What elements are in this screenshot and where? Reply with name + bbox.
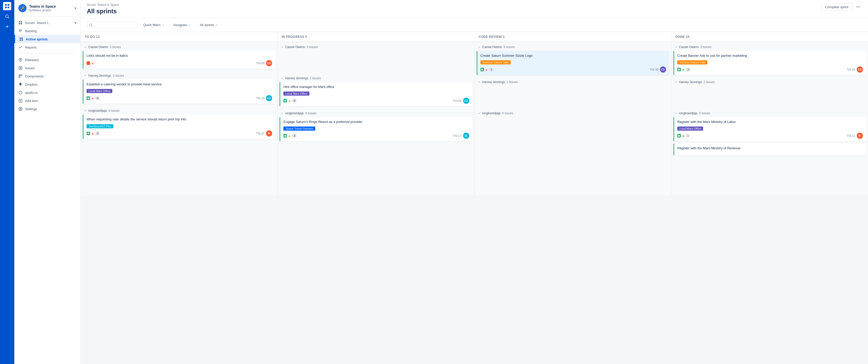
group-chevron-harvey-cr: [478, 81, 481, 84]
app-logo[interactable]: [3, 2, 11, 10]
avatar-tis29: CS: [857, 66, 863, 73]
assignee-cassie-codereview-row[interactable]: Cassie Owens 3 issues: [477, 44, 669, 51]
svg-rect-14: [19, 31, 21, 31]
sidebar-dropbox-label: Dropbox: [25, 83, 37, 86]
svg-rect-26: [19, 77, 20, 78]
cassie-cr-name: Cassie Owens: [482, 45, 502, 49]
col-done: Cassie Owens 3 issues Create Banner Ads …: [672, 42, 868, 196]
complete-sprint-button[interactable]: Complete sprint: [821, 3, 852, 11]
cassie-cr-count: 3 issues: [503, 45, 515, 49]
card-tis50: Hire office manager for Mars office Loca…: [280, 82, 472, 106]
card-tis29-footer: ▲ 2 TIS-29 CS: [677, 66, 863, 73]
group-cassie-inprogress: Cassie Owens 3 issues: [280, 44, 472, 71]
sidebar-item-apollo[interactable]: apollo-ui: [14, 88, 81, 96]
assignee-harvey-cr-row[interactable]: Harvey Jennings 2 issues: [477, 79, 669, 86]
svg-rect-2: [5, 7, 7, 8]
add-icon[interactable]: [3, 23, 11, 31]
project-logo: 🚀: [19, 4, 27, 12]
svg-rect-15: [20, 37, 21, 39]
search-icon[interactable]: [3, 12, 11, 21]
svg-point-35: [858, 7, 859, 7]
sidebar-item-releases[interactable]: Releases: [14, 56, 81, 64]
sidebar-item-dropbox[interactable]: Dropbox: [14, 80, 81, 88]
search-input-wrap[interactable]: [87, 22, 137, 28]
card-tis17-footer: ▲ 3 TIS-17 IK: [283, 133, 469, 139]
global-nav: [0, 0, 14, 364]
quick-filters-button[interactable]: Quick filters: [141, 21, 167, 29]
sidebar-item-add[interactable]: Add item: [14, 96, 81, 105]
card-tis15-title: Establish a catering vendor to provide m…: [87, 82, 272, 87]
group-chevron-iong-cr: [478, 112, 481, 115]
assignee-harvey-done-row[interactable]: Harvey Jennings 2 issues: [674, 79, 866, 86]
group-chevron-icon: [84, 46, 87, 49]
card-tis37-id: TIS-37: [256, 132, 265, 135]
sidebar-item-components[interactable]: Components: [14, 72, 81, 80]
avatar-tis30: CS: [660, 66, 666, 73]
assignee-iong-inprogress-row[interactable]: iongkowidjaja 4 issues: [280, 110, 472, 117]
priority-tis17: ▲: [288, 134, 291, 138]
project-subtitle: Software project: [29, 8, 72, 12]
sidebar-issues-label: Issues: [25, 66, 35, 70]
search-input[interactable]: [94, 23, 135, 27]
card-tis55-id: TIS-55: [256, 62, 265, 65]
sidebar-scrum-chevron: ▾: [74, 21, 76, 25]
card-tis11-title: Register with the Mars Ministry of Labor: [677, 120, 863, 124]
assignee-button[interactable]: Assignee: [170, 21, 194, 29]
assignee-iong-row[interactable]: iongkowidjaja 4 issues: [83, 108, 275, 114]
group-iong-done: iongkowidjaja 4 issues Register with the…: [674, 110, 866, 155]
card-tis15-footer: ▲ 4 TIS-15 HJ: [87, 95, 272, 101]
assignee-iong-cr-row[interactable]: iongkowidjaja 4 issues: [477, 110, 669, 117]
iong-done-name: iongkowidjaja: [679, 111, 698, 115]
all-sprints-button[interactable]: All sprints: [197, 21, 221, 29]
sidebar-apollo-label: apollo-ui: [25, 91, 37, 94]
svg-rect-11: [21, 23, 22, 24]
assignee-harvey-row[interactable]: Harvey Jennings 2 issues: [83, 73, 275, 80]
all-sprints-chevron: [215, 24, 218, 27]
card-tis17-id: TIS-17: [453, 134, 461, 137]
group-chevron-cassie-ip: [281, 46, 284, 49]
assignee-iong-done-row[interactable]: iongkowidjaja 4 issues: [674, 110, 866, 117]
assignee-chevron: [188, 24, 191, 27]
count-tis15: 4: [95, 96, 100, 100]
assignee-cassie-row[interactable]: Cassie Owens 3 issues: [83, 44, 275, 51]
avatar-tis50: HJ: [463, 97, 469, 104]
iong-cr-count: 4 issues: [502, 111, 514, 115]
svg-rect-0: [5, 4, 7, 6]
svg-rect-16: [22, 37, 23, 39]
cassie-done-name: Cassie Owens: [679, 45, 699, 49]
sidebar-item-active-sprints[interactable]: Active sprints: [14, 35, 81, 43]
story-icon-tis30: [480, 68, 484, 71]
more-options-button[interactable]: [854, 3, 862, 11]
harvey-inprogress-name: Harvey Jennings: [285, 77, 308, 80]
sidebar-item-scrum[interactable]: Scrum: Teams i... ▾: [14, 19, 81, 27]
card-tis50-icons: ▲ 9: [283, 99, 452, 103]
card-tis17: Engage Saturn's Rings Resort as a prefer…: [280, 117, 472, 141]
harvey-cr-name: Harvey Jennings: [482, 80, 505, 84]
card-tis17-icons: ▲ 3: [283, 134, 452, 138]
sidebar-item-reports[interactable]: Reports: [14, 43, 81, 51]
sidebar-chevron-icon[interactable]: ▾: [74, 6, 76, 10]
sidebar-settings-label: Settings: [25, 107, 37, 111]
avatar-tis11: IK: [857, 133, 863, 139]
assignee-harvey-inprogress-row[interactable]: Harvey Jennings 2 issues: [280, 76, 472, 82]
sidebar-nav: Scrum: Teams i... ▾ Backlog Active sprin…: [14, 17, 81, 115]
sidebar-item-issues[interactable]: Issues: [14, 64, 81, 72]
group-harvey-codereview: Harvey Jennings 2 issues: [477, 79, 669, 106]
card-tis37-icons: ▲ 2: [87, 132, 254, 135]
assignee-cassie-done-row[interactable]: Cassie Owens 3 issues: [674, 44, 866, 51]
harvey-done-empty: [674, 86, 866, 106]
card-tis30: Create Saturn Summer Sizzle Logo Summer …: [477, 51, 669, 75]
sidebar-item-settings[interactable]: Settings: [14, 105, 81, 113]
svg-point-36: [859, 7, 860, 7]
col-inprogress: Cassie Owens 3 issues Harvey Jennings 2 …: [278, 42, 474, 196]
project-title-block: Teams in Space Software project: [29, 4, 72, 12]
priority-icon: ▲: [91, 61, 94, 65]
card-tis30-footer: ▲ 2 TIS-30 CS: [480, 66, 666, 73]
sidebar-item-backlog[interactable]: Backlog: [14, 27, 81, 35]
story-icon-tis11: [677, 134, 681, 138]
sidebar-divider: [19, 53, 76, 54]
card-tis15: Establish a catering vendor to provide m…: [83, 80, 275, 104]
group-chevron-cassie-cr: [478, 46, 481, 49]
assignee-cassie-inprogress-row[interactable]: Cassie Owens 3 issues: [280, 44, 472, 51]
card-tis50-title: Hire office manager for Mars office: [283, 85, 469, 89]
